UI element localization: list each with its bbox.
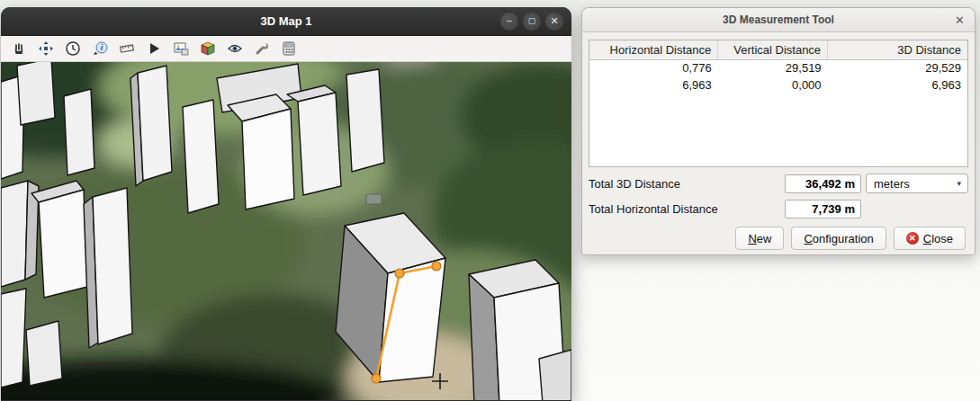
measurement-table: Horizontal Distance Vertical Distance 3D… (589, 40, 968, 167)
cell-vertical: 0,000 (718, 76, 828, 94)
calculator-icon (281, 40, 297, 57)
measurement-vertex (395, 269, 404, 278)
cell-3d: 29,529 (828, 59, 967, 76)
play-animation-button[interactable] (143, 38, 165, 59)
minimize-icon: − (507, 16, 512, 26)
map-3d-scene (1, 62, 571, 400)
cell-horizontal: 0,776 (589, 59, 718, 76)
cell-3d: 6,963 (828, 76, 967, 94)
window-controls: − ▢ ✕ (500, 13, 571, 31)
close-icon: ✕ (550, 16, 558, 26)
cell-vertical: 29,519 (718, 59, 828, 76)
maximize-button[interactable]: ▢ (523, 13, 541, 31)
export-3d-cube-icon (200, 40, 216, 57)
maximize-icon: ▢ (528, 17, 536, 25)
unit-dropdown[interactable]: meters ▾ (866, 174, 968, 193)
camera-move-icon (38, 40, 54, 57)
total-horizontal-value-field[interactable]: 7,739 m (785, 200, 861, 218)
minimize-button[interactable]: − (500, 13, 518, 31)
settings-wrench-icon (254, 40, 270, 57)
camera-move-button[interactable] (35, 38, 57, 59)
close-icon: ✕ (955, 13, 965, 27)
save-image-button[interactable] (170, 38, 192, 59)
new-button[interactable]: New (735, 227, 784, 250)
map-3d-viewport[interactable] (1, 62, 571, 400)
animation-clock-icon (65, 40, 81, 57)
dialog-title: 3D Measurement Tool (723, 13, 834, 26)
dialog-titlebar[interactable]: 3D Measurement Tool ✕ (582, 8, 975, 32)
total-3d-label: Total 3D Distance (589, 177, 680, 191)
cell-horizontal: 6,963 (589, 76, 718, 94)
total-horizontal-row: Total Horizontal Distance 7,739 m (589, 200, 968, 218)
identify-button[interactable]: i (89, 38, 111, 59)
total-3d-row: Total 3D Distance 36,492 m meters ▾ (589, 174, 968, 193)
settings-wrench-button[interactable] (251, 38, 273, 59)
totals-section: Total 3D Distance 36,492 m meters ▾ Tota… (582, 167, 975, 218)
measure-ruler-button[interactable] (116, 38, 138, 59)
export-3d-cube-button[interactable] (197, 38, 219, 59)
map-marker (366, 194, 382, 204)
pan-hand-button[interactable] (8, 38, 30, 59)
measure-ruler-icon (119, 40, 135, 57)
column-header-vertical[interactable]: Vertical Distance (718, 40, 828, 59)
column-header-horizontal[interactable]: Horizontal Distance (589, 40, 718, 59)
dialog-close-button[interactable]: ✕ (953, 13, 967, 28)
measurement-vertex (432, 262, 441, 271)
view-eye-button[interactable] (224, 38, 246, 59)
view-eye-icon (227, 40, 243, 57)
close-dialog-button[interactable]: ✕ Close (894, 227, 966, 250)
map-window-title: 3D Map 1 (1, 14, 571, 28)
total-horizontal-label: Total Horizontal Distance (589, 202, 718, 216)
close-red-icon: ✕ (906, 232, 919, 245)
calculator-button[interactable] (278, 38, 300, 59)
close-button[interactable]: ✕ (545, 13, 563, 31)
table-row[interactable]: 0,776 29,519 29,529 (589, 59, 967, 76)
pan-hand-icon (11, 40, 27, 57)
identify-icon: i (92, 40, 108, 57)
measurement-dialog: 3D Measurement Tool ✕ Horizontal Distanc… (581, 7, 976, 255)
map-toolbar: i (1, 36, 571, 62)
dialog-buttons: New Configuration ✕ Close (582, 218, 975, 250)
unit-selected-value: meters (874, 177, 910, 191)
animation-clock-button[interactable] (62, 38, 84, 59)
map-titlebar[interactable]: 3D Map 1 − ▢ ✕ (1, 7, 571, 36)
save-image-icon (173, 40, 189, 57)
map-window: 3D Map 1 − ▢ ✕ i (1, 7, 571, 401)
play-icon (146, 40, 162, 57)
table-row[interactable]: 6,963 0,000 6,963 (589, 76, 967, 94)
configuration-button[interactable]: Configuration (791, 227, 886, 250)
total-3d-value-field[interactable]: 36,492 m (785, 174, 861, 193)
chevron-down-icon: ▾ (957, 179, 967, 188)
measurement-vertex (372, 374, 381, 383)
column-header-3d[interactable]: 3D Distance (828, 40, 967, 59)
